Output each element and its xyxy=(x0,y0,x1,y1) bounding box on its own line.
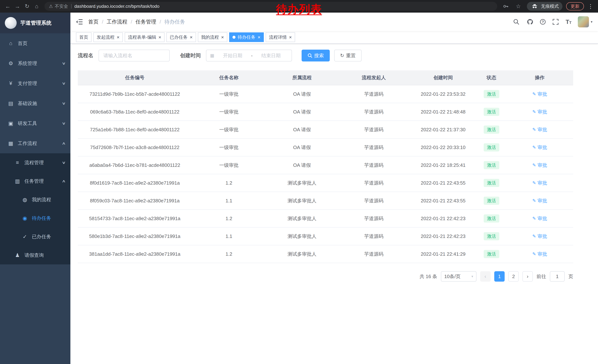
tab-todo-task[interactable]: 待办任务× xyxy=(229,32,264,42)
home-icon[interactable]: ⌂ xyxy=(32,1,42,11)
close-icon[interactable]: × xyxy=(190,35,192,40)
table-row: 725a1eb6-7b88-11ec-8ef0-acde48001122一级审批… xyxy=(78,121,573,138)
approve-link[interactable]: ✎审批 xyxy=(532,180,547,186)
approve-link[interactable]: ✎审批 xyxy=(532,91,547,97)
update-button[interactable]: 更新 xyxy=(566,2,584,10)
breadcrumb-item[interactable]: 首页 xyxy=(88,18,99,25)
tab-process-detail[interactable]: 流程详情× xyxy=(266,32,295,42)
key-icon[interactable] xyxy=(502,2,510,10)
search-icon[interactable] xyxy=(513,18,520,25)
status-cell: 激活 xyxy=(477,85,506,103)
sidebar-item-dev-tools[interactable]: ▣研发工具∨ xyxy=(0,113,70,133)
approve-link[interactable]: ✎审批 xyxy=(532,126,547,133)
search-button[interactable]: 搜索 xyxy=(302,50,330,61)
column-header: 任务名称 xyxy=(192,70,266,85)
approve-link[interactable]: ✎审批 xyxy=(532,215,547,222)
fullscreen-icon[interactable] xyxy=(552,18,559,25)
address-bar[interactable]: ⚠ 不安全 dashboard.yudao.iocoder.cn/bpm/tas… xyxy=(44,2,497,11)
starter-cell: 芋道源码 xyxy=(338,174,410,192)
sidebar-item-infrastructure[interactable]: ▤基础设施∨ xyxy=(0,93,70,113)
breadcrumb-item[interactable]: 工作流程 xyxy=(107,18,127,25)
close-icon[interactable]: × xyxy=(258,35,260,40)
app-logo[interactable]: 芋道管理系统 xyxy=(0,13,70,33)
status-badge: 激活 xyxy=(484,161,499,169)
refresh-icon: ↻ xyxy=(340,53,344,58)
starter-cell: 芋道源码 xyxy=(338,85,410,103)
approve-link[interactable]: ✎审批 xyxy=(532,144,547,151)
prev-page-button[interactable]: ‹ xyxy=(480,271,490,282)
github-icon[interactable] xyxy=(526,18,534,25)
back-icon[interactable]: ← xyxy=(3,1,13,11)
tab-process-form-edit[interactable]: 流程表单-编辑× xyxy=(125,32,165,42)
sidebar-item-task-mgmt[interactable]: ▥任务管理∧ xyxy=(0,172,70,190)
more-menu-icon[interactable]: ⋮ xyxy=(588,3,594,10)
sidebar-item-home[interactable]: ⌂首页 xyxy=(0,33,70,53)
sidebar-item-workflow[interactable]: ▦工作流程∧ xyxy=(0,133,70,153)
forward-icon[interactable]: → xyxy=(13,1,22,11)
tab-home[interactable]: 首页 xyxy=(76,32,91,42)
edit-icon: ✎ xyxy=(532,109,536,114)
approve-link[interactable]: ✎审批 xyxy=(532,109,547,115)
time-cell: 2022-01-21 22:41:29 xyxy=(410,245,477,263)
search-icon xyxy=(307,53,312,58)
breadcrumb-item[interactable]: 任务管理 xyxy=(136,18,156,25)
status-cell: 激活 xyxy=(477,227,506,245)
action-cell: ✎审批 xyxy=(506,210,573,227)
star-icon[interactable]: ☆ xyxy=(514,1,523,11)
tab-label: 我的流程 xyxy=(201,34,219,40)
process-name-input[interactable] xyxy=(99,50,170,61)
reset-button[interactable]: ↻ 重置 xyxy=(334,50,362,61)
action-cell: ✎审批 xyxy=(506,192,573,210)
sidebar-item-process-mgmt[interactable]: ≡流程管理∨ xyxy=(0,153,70,172)
end-date-placeholder: 结束日期 xyxy=(254,52,288,59)
column-header: 状态 xyxy=(477,70,506,85)
page-size-select[interactable]: 10条/页 ▾ xyxy=(441,271,476,282)
user-avatar[interactable]: ▾ xyxy=(578,16,592,27)
close-icon[interactable]: × xyxy=(117,35,119,40)
approve-label: 审批 xyxy=(538,251,547,257)
sidebar-item-done-task[interactable]: ✓已办任务 xyxy=(0,227,70,246)
page-2[interactable]: 2 xyxy=(508,271,519,282)
text-size-icon[interactable]: T xyxy=(565,18,572,25)
sidebar-item-my-process[interactable]: ◍我的流程 xyxy=(0,190,70,209)
tab-my-process[interactable]: 我的流程× xyxy=(198,32,227,42)
status-cell: 激活 xyxy=(477,174,506,192)
task-id-cell: 8f0d1619-7ac8-11ec-a9e2-a2380e71991a xyxy=(78,174,192,192)
task-name-cell: 1.1 xyxy=(192,227,266,245)
close-icon[interactable]: × xyxy=(289,35,292,40)
next-page-button[interactable]: › xyxy=(523,271,533,282)
sidebar-item-payment[interactable]: ¥支付管理∨ xyxy=(0,73,70,93)
sidebar-item-label: 流程管理 xyxy=(25,159,62,166)
process-cell: OA 请假 xyxy=(266,156,338,174)
chevron-down-icon: ∨ xyxy=(62,81,66,86)
chevron-down-icon: ∨ xyxy=(62,160,66,165)
date-range-picker[interactable]: ▦ 开始日期 - 结束日期 xyxy=(206,50,292,61)
sidebar-item-label: 待办任务 xyxy=(32,215,65,221)
sidebar-item-leave-query[interactable]: ♟请假查询 xyxy=(0,246,70,264)
top-navbar: 首页/工作流程/任务管理/待办任务 ? T ▾ xyxy=(70,13,598,31)
approve-link[interactable]: ✎审批 xyxy=(532,162,547,169)
help-icon[interactable]: ? xyxy=(540,19,546,25)
approve-link[interactable]: ✎审批 xyxy=(532,233,547,240)
edit-icon: ✎ xyxy=(532,251,536,257)
action-cell: ✎审批 xyxy=(506,227,573,245)
close-icon[interactable]: × xyxy=(221,35,224,40)
starter-cell: 芋道源码 xyxy=(338,227,410,245)
tab-label: 待办任务 xyxy=(238,34,256,40)
sidebar-item-todo-task[interactable]: ◉待办任务 xyxy=(0,209,70,227)
reload-icon[interactable]: ↻ xyxy=(22,1,32,11)
sidebar-item-system[interactable]: ⚙系统管理∨ xyxy=(0,53,70,73)
main-area: 首页/工作流程/任务管理/待办任务 ? T ▾ xyxy=(70,13,598,364)
approve-link[interactable]: ✎审批 xyxy=(532,198,547,204)
status-cell: 激活 xyxy=(477,210,506,227)
sidebar-menu: ⌂首页⚙系统管理∨¥支付管理∨▤基础设施∨▣研发工具∨▦工作流程∧≡流程管理∨▥… xyxy=(0,33,70,264)
page-1[interactable]: 1 xyxy=(494,271,505,282)
status-cell: 激活 xyxy=(477,138,506,156)
tab-done-task[interactable]: 已办任务× xyxy=(166,32,196,42)
tab-start-process[interactable]: 发起流程× xyxy=(93,32,123,42)
goto-page-input[interactable] xyxy=(550,271,565,282)
close-icon[interactable]: × xyxy=(158,35,161,40)
sidebar-toggle-icon[interactable] xyxy=(70,13,88,31)
breadcrumb: 首页/工作流程/任务管理/待办任务 xyxy=(88,18,185,25)
approve-link[interactable]: ✎审批 xyxy=(532,251,547,257)
